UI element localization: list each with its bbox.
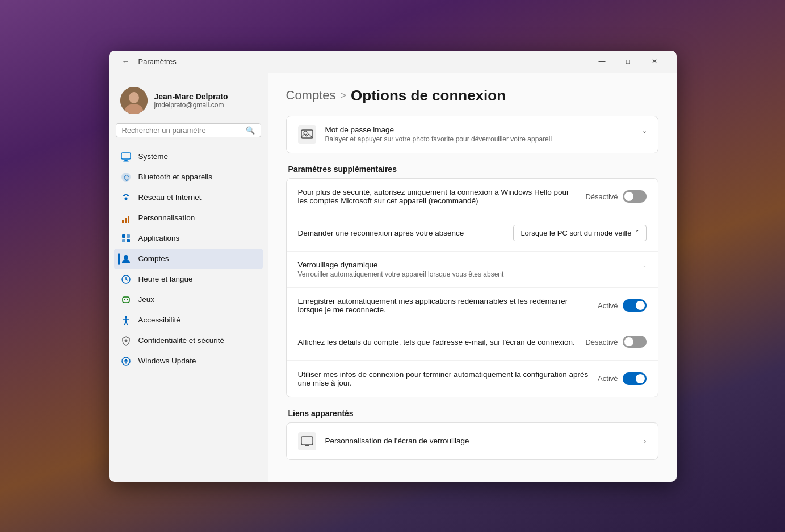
sidebar-label-accessibilite: Accessibilité [138, 316, 180, 324]
sidebar-item-heure[interactable]: Heure et langue [114, 269, 263, 290]
restart-apps-title: Enregistrer automatiquement mes applicat… [298, 297, 589, 314]
maximize-button[interactable]: □ [615, 51, 641, 73]
reconnect-dropdown-value: Lorsque le PC sort du mode veille [520, 229, 631, 237]
use-signin-action: Activé [598, 372, 646, 385]
svg-rect-9 [122, 220, 124, 223]
confidentialite-icon [120, 335, 132, 346]
svg-rect-34 [305, 445, 309, 446]
sidebar-label-personnalisation: Personnalisation [138, 213, 195, 222]
svg-rect-4 [124, 160, 128, 161]
svg-point-28 [124, 339, 127, 342]
use-signin-text: Utiliser mes infos de connexion pour ter… [298, 370, 589, 387]
personnalisation-icon [120, 212, 132, 224]
picture-password-card: Mot de passe image Balayer et appuyer su… [286, 116, 658, 153]
update-icon [120, 355, 132, 367]
picture-password-subtitle: Balayer et appuyer sur votre photo favor… [325, 135, 633, 143]
sidebar-item-personnalisation[interactable]: Personnalisation [114, 208, 263, 228]
svg-line-27 [126, 322, 128, 325]
sidebar-item-update[interactable]: Windows Update [114, 351, 263, 371]
sidebar-item-bluetooth[interactable]: ⬡ Bluetooth et appareils [114, 167, 263, 187]
picture-password-row[interactable]: Mot de passe image Balayer et appuyer su… [287, 116, 658, 153]
sidebar-item-systeme[interactable]: Système [114, 146, 263, 167]
dynamic-lock-subtitle: Verrouiller automatiquement votre appare… [298, 270, 633, 278]
svg-rect-11 [128, 216, 129, 223]
comptes-icon [120, 253, 132, 265]
jeux-icon [120, 294, 132, 305]
svg-line-19 [126, 279, 128, 280]
additional-settings-heading: Paramètres supplémentaires [286, 165, 658, 174]
close-button[interactable]: ✕ [641, 51, 668, 73]
sidebar-label-systeme: Système [138, 152, 169, 161]
profile-info: Jean-Marc Delprato jmdelprato@gmail.com [154, 92, 228, 109]
use-signin-status: Activé [598, 374, 618, 383]
applications-icon [120, 233, 132, 244]
restart-apps-action: Activé [598, 299, 646, 312]
setting-row-dynamic-lock[interactable]: Verrouillage dynamique Verrouiller autom… [287, 252, 658, 288]
profile-section: Jean-Marc Delprato jmdelprato@gmail.com [114, 82, 263, 123]
search-icon: 🔍 [246, 126, 255, 135]
search-box[interactable]: 🔍 [116, 123, 261, 137]
sidebar-item-jeux[interactable]: Jeux [114, 290, 263, 310]
svg-rect-14 [122, 239, 125, 242]
windows-hello-toggle[interactable] [623, 190, 647, 203]
svg-text:⬡: ⬡ [124, 174, 129, 182]
svg-line-26 [124, 322, 126, 325]
sidebar-item-confidentialite[interactable]: Confidentialité et sécurité [114, 330, 263, 351]
windows-hello-title: Pour plus de sécurité, autorisez uniquem… [298, 188, 577, 205]
svg-rect-31 [301, 130, 313, 138]
reconnect-dropdown[interactable]: Lorsque le PC sort du mode veille ˅ [513, 225, 646, 241]
nav-list: Système ⬡ Bluetooth et appareils Réseau … [114, 146, 263, 371]
sidebar-label-update: Windows Update [138, 357, 196, 365]
show-email-toggle[interactable] [623, 336, 647, 348]
profile-name: Jean-Marc Delprato [154, 92, 228, 101]
dynamic-lock-text: Verrouillage dynamique Verrouiller autom… [298, 261, 633, 278]
lock-screen-chevron-icon: › [644, 437, 647, 446]
reseau-icon [120, 192, 132, 203]
sidebar-label-heure: Heure et langue [138, 275, 193, 283]
breadcrumb-current: Options de connexion [351, 87, 506, 104]
windows-hello-text: Pour plus de sécurité, autorisez uniquem… [298, 188, 577, 205]
svg-rect-3 [121, 153, 131, 159]
back-button[interactable]: ← [118, 53, 134, 69]
breadcrumb-parent: Comptes [286, 88, 336, 103]
reconnect-title: Demander une reconnexion après votre abs… [298, 229, 505, 237]
picture-password-action: ˅ [643, 130, 647, 139]
svg-rect-5 [123, 161, 129, 162]
setting-row-reconnect: Demander une reconnexion après votre abs… [287, 215, 658, 252]
window-controls: — □ ✕ [589, 51, 668, 73]
dynamic-lock-action: ˅ [643, 265, 647, 274]
dynamic-lock-title: Verrouillage dynamique [298, 261, 633, 269]
related-links-heading: Liens apparentés [286, 409, 658, 418]
sidebar-label-confidentialite: Confidentialité et sécurité [138, 336, 225, 345]
sidebar-label-comptes: Comptes [138, 254, 169, 263]
restart-apps-toggle[interactable] [623, 299, 647, 312]
sidebar-label-reseau: Réseau et Internet [138, 193, 202, 202]
heure-icon [120, 274, 132, 285]
search-input[interactable] [122, 126, 241, 135]
show-email-status: Désactivé [585, 338, 618, 346]
sidebar-item-accessibilite[interactable]: Accessibilité [114, 310, 263, 330]
content-area: Jean-Marc Delprato jmdelprato@gmail.com … [109, 73, 677, 482]
main-content: Comptes > Options de connexion Mot de pa… [268, 73, 677, 482]
sidebar-label-bluetooth: Bluetooth et appareils [138, 173, 213, 181]
setting-row-show-email: Affichez les détails du compte, tels que… [287, 324, 658, 361]
restart-apps-status: Activé [598, 301, 618, 310]
svg-point-8 [124, 197, 127, 200]
sidebar-item-reseau[interactable]: Réseau et Internet [114, 187, 263, 208]
dropdown-chevron-icon: ˅ [635, 229, 639, 237]
minimize-button[interactable]: — [589, 51, 615, 73]
show-email-title: Affichez les détails du compte, tels que… [298, 338, 577, 346]
back-icon: ← [122, 57, 130, 66]
profile-email: jmdelprato@gmail.com [154, 101, 228, 109]
sidebar-item-applications[interactable]: Applications [114, 228, 263, 249]
use-signin-toggle[interactable] [623, 372, 647, 385]
lock-screen-personalization-row[interactable]: Personnalisation de l'écran de verrouill… [287, 423, 658, 459]
svg-point-16 [124, 255, 128, 260]
svg-rect-33 [301, 437, 313, 445]
related-links-card: Personnalisation de l'écran de verrouill… [286, 422, 658, 460]
windows-hello-action: Désactivé [585, 190, 646, 203]
svg-point-22 [127, 299, 128, 300]
sidebar-item-comptes[interactable]: Comptes [114, 249, 263, 269]
lock-screen-action: › [644, 437, 647, 446]
setting-row-windows-hello: Pour plus de sécurité, autorisez uniquem… [287, 179, 658, 215]
